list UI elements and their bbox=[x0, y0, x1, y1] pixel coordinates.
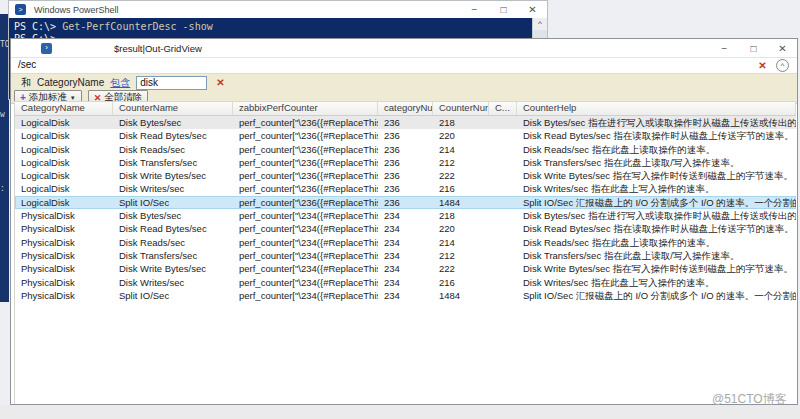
table-row[interactable]: PhysicalDisk Split IO/Sec perf_counter["… bbox=[15, 289, 796, 302]
cell-truncated bbox=[489, 289, 517, 302]
cell-counter-help: Disk Reads/sec 指在此盘上读取操作的速率。 bbox=[517, 143, 796, 156]
cell-category-num: 236 bbox=[378, 143, 433, 156]
cell-counter-num: 220 bbox=[433, 129, 489, 142]
console-command: Get-PerfCounterDesc -show bbox=[62, 21, 213, 32]
grid-header-row: CategoryName CounterName zabbixPerfCount… bbox=[15, 101, 796, 116]
maximize-button[interactable]: □ bbox=[489, 1, 518, 18]
cell-truncated bbox=[489, 156, 517, 169]
cell-counter-num: 218 bbox=[433, 209, 489, 222]
clear-filter-icon[interactable]: ✕ bbox=[756, 59, 769, 72]
column-header-zabbixperfcounter[interactable]: zabbixPerfCounter bbox=[233, 102, 378, 115]
cell-zabbix-perf-counter: perf_counter["\236({#ReplaceThis})\1484"… bbox=[233, 196, 378, 209]
cell-counter-help: Split IO/Sec 汇报磁盘上的 I/O 分割成多个 I/O 的速率。一个… bbox=[517, 289, 796, 302]
cell-zabbix-perf-counter: perf_counter["\234({#ReplaceThis})\214"] bbox=[233, 236, 378, 249]
cell-zabbix-perf-counter: perf_counter["\236({#ReplaceThis})\220"] bbox=[233, 129, 378, 142]
criteria-value-input[interactable]: disk bbox=[136, 76, 207, 90]
column-header-truncated[interactable]: C... bbox=[489, 102, 517, 115]
table-row[interactable]: PhysicalDisk Disk Writes/sec perf_counte… bbox=[15, 276, 796, 289]
cell-counter-name: Disk Read Bytes/sec bbox=[113, 129, 233, 142]
filter-input[interactable]: /sec bbox=[13, 58, 753, 72]
cell-category-num: 234 bbox=[378, 276, 433, 289]
cell-zabbix-perf-counter: perf_counter["\236({#ReplaceThis})\216"] bbox=[233, 182, 378, 195]
cell-counter-name: Disk Transfers/sec bbox=[113, 249, 233, 262]
table-row[interactable]: LogicalDisk Disk Write Bytes/sec perf_co… bbox=[15, 169, 796, 182]
cell-counter-help: Disk Reads/sec 指在此盘上读取操作的速率。 bbox=[517, 236, 796, 249]
cell-counter-help: Disk Write Bytes/sec 指在写入操作时传送到磁盘上的字节速率。 bbox=[517, 262, 796, 275]
cell-truncated bbox=[489, 182, 517, 195]
cell-truncated bbox=[489, 222, 517, 235]
criteria-operator-link[interactable]: 包含 bbox=[110, 76, 130, 90]
gridview-titlebar[interactable]: › $result|Out-GridView − □ ✕ bbox=[11, 39, 797, 57]
cell-zabbix-perf-counter: perf_counter["\234({#ReplaceThis})\220"] bbox=[233, 222, 378, 235]
cell-counter-num: 1484 bbox=[433, 196, 489, 209]
cell-zabbix-perf-counter: perf_counter["\236({#ReplaceThis})\212"] bbox=[233, 156, 378, 169]
column-header-counternum[interactable]: CounterNum bbox=[433, 102, 489, 115]
table-row[interactable]: PhysicalDisk Disk Transfers/sec perf_cou… bbox=[15, 249, 796, 262]
powershell-titlebar[interactable]: > Windows PowerShell − □ ✕ bbox=[9, 1, 547, 18]
cell-category-num: 234 bbox=[378, 262, 433, 275]
cell-category-num: 236 bbox=[378, 116, 433, 129]
gridview-icon: › bbox=[41, 43, 52, 54]
cell-counter-help: Disk Read Bytes/sec 指在读取操作时从磁盘上传送字节的速率。 bbox=[517, 222, 796, 235]
column-header-categoryname[interactable]: CategoryName bbox=[15, 102, 113, 115]
minimize-button[interactable]: − bbox=[460, 1, 489, 18]
maximize-button[interactable]: □ bbox=[739, 40, 768, 57]
column-header-counterhelp[interactable]: CounterHelp bbox=[517, 102, 796, 115]
watermark: @51CTO博客 bbox=[712, 391, 787, 408]
close-button[interactable]: ✕ bbox=[768, 40, 797, 57]
chevron-down-icon: ▼ bbox=[70, 95, 76, 101]
cell-zabbix-perf-counter: perf_counter["\234({#ReplaceThis})\218"] bbox=[233, 209, 378, 222]
console-line: PS C:\> Get-PerfCounterDesc -show bbox=[14, 21, 528, 32]
cell-counter-help: Disk Read Bytes/sec 指在读取操作时从磁盘上传送字节的速率。 bbox=[517, 129, 796, 142]
powershell-window-title: Windows PowerShell bbox=[34, 5, 119, 15]
cell-category-name: PhysicalDisk bbox=[15, 289, 113, 302]
cell-truncated bbox=[489, 116, 517, 129]
table-row[interactable]: LogicalDisk Split IO/Sec perf_counter["\… bbox=[15, 196, 796, 209]
cell-truncated bbox=[489, 262, 517, 275]
gridview-window-title: $result|Out-GridView bbox=[114, 43, 202, 54]
cell-category-num: 234 bbox=[378, 249, 433, 262]
scroll-up-icon[interactable]: ^ bbox=[533, 18, 547, 30]
column-header-countername[interactable]: CounterName bbox=[113, 102, 233, 115]
close-button[interactable]: ✕ bbox=[518, 1, 547, 18]
cell-category-name: PhysicalDisk bbox=[15, 222, 113, 235]
cell-truncated bbox=[489, 143, 517, 156]
cell-counter-name: Disk Read Bytes/sec bbox=[113, 222, 233, 235]
table-row[interactable]: LogicalDisk Disk Transfers/sec perf_coun… bbox=[15, 156, 796, 169]
table-row[interactable]: LogicalDisk Disk Bytes/sec perf_counter[… bbox=[15, 116, 796, 129]
cell-truncated bbox=[489, 169, 517, 182]
table-body: LogicalDisk Disk Bytes/sec perf_counter[… bbox=[15, 116, 796, 302]
cell-counter-name: Disk Writes/sec bbox=[113, 182, 233, 195]
results-grid: CategoryName CounterName zabbixPerfCount… bbox=[14, 101, 796, 404]
table-row[interactable]: LogicalDisk Disk Writes/sec perf_counter… bbox=[15, 182, 796, 195]
cell-truncated bbox=[489, 236, 517, 249]
cell-counter-num: 214 bbox=[433, 143, 489, 156]
cell-truncated bbox=[489, 196, 517, 209]
cell-counter-num: 216 bbox=[433, 182, 489, 195]
table-row[interactable]: LogicalDisk Disk Read Bytes/sec perf_cou… bbox=[15, 129, 796, 142]
cell-truncated bbox=[489, 276, 517, 289]
cell-zabbix-perf-counter: perf_counter["\236({#ReplaceThis})\222"] bbox=[233, 169, 378, 182]
remove-criteria-icon[interactable]: ✕ bbox=[216, 77, 224, 88]
cell-category-num: 236 bbox=[378, 182, 433, 195]
collapse-filter-icon[interactable]: ^ bbox=[776, 59, 789, 72]
cell-counter-help: Disk Writes/sec 指在此盘上写入操作的速率。 bbox=[517, 276, 796, 289]
table-row[interactable]: PhysicalDisk Disk Read Bytes/sec perf_co… bbox=[15, 222, 796, 235]
column-header-categorynum[interactable]: categoryNum bbox=[378, 102, 433, 115]
cell-category-name: LogicalDisk bbox=[15, 156, 113, 169]
cell-counter-num: 222 bbox=[433, 262, 489, 275]
cell-counter-num: 218 bbox=[433, 116, 489, 129]
cell-counter-name: Disk Transfers/sec bbox=[113, 156, 233, 169]
cell-zabbix-perf-counter: perf_counter["\236({#ReplaceThis})\218"] bbox=[233, 116, 378, 129]
cell-counter-help: Disk Writes/sec 指在此盘上写入操作的速率。 bbox=[517, 182, 796, 195]
out-gridview-window: › $result|Out-GridView − □ ✕ /sec ✕ ^ 和 … bbox=[10, 38, 798, 405]
table-row[interactable]: LogicalDisk Disk Reads/sec perf_counter[… bbox=[15, 143, 796, 156]
table-row[interactable]: PhysicalDisk Disk Bytes/sec perf_counter… bbox=[15, 209, 796, 222]
table-row[interactable]: PhysicalDisk Disk Write Bytes/sec perf_c… bbox=[15, 262, 796, 275]
table-row[interactable]: PhysicalDisk Disk Reads/sec perf_counter… bbox=[15, 236, 796, 249]
cell-counter-num: 222 bbox=[433, 169, 489, 182]
cell-category-num: 234 bbox=[378, 236, 433, 249]
cell-category-num: 236 bbox=[378, 196, 433, 209]
minimize-button[interactable]: − bbox=[710, 40, 739, 57]
cell-category-name: PhysicalDisk bbox=[15, 276, 113, 289]
